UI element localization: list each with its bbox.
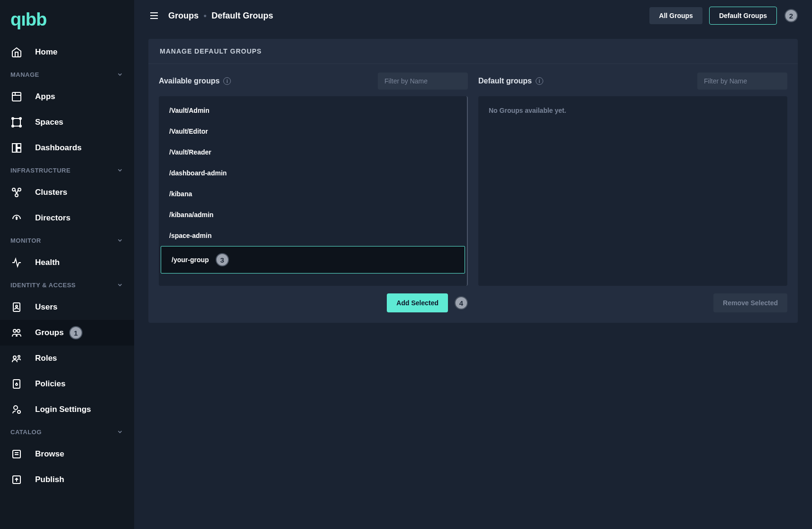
- section-identity-header[interactable]: IDENTITY & ACCESS: [0, 275, 134, 294]
- sidebar-item-groups[interactable]: Groups 1: [0, 320, 134, 346]
- sidebar-item-label: Roles: [35, 354, 57, 363]
- sidebar-item-dashboards[interactable]: Dashboards: [0, 135, 134, 161]
- section-infrastructure-header[interactable]: INFRASTRUCTURE: [0, 161, 134, 180]
- info-icon[interactable]: i: [223, 77, 231, 85]
- chevron-down-icon: [116, 428, 124, 436]
- main-content: Groups ● Default Groups All Groups Defau…: [134, 0, 812, 529]
- svg-point-19: [13, 356, 16, 359]
- panel-columns: Available groups i /Vault/Admin /Vault/E…: [148, 64, 798, 323]
- chevron-down-icon: [116, 71, 124, 78]
- list-item[interactable]: /dashboard-admin: [159, 163, 467, 183]
- sidebar-item-home[interactable]: Home: [0, 39, 134, 65]
- column-default-groups: Default groups i No Groups available yet…: [478, 73, 787, 312]
- spaces-icon: [10, 116, 23, 128]
- roles-icon: [10, 352, 23, 365]
- info-icon[interactable]: i: [536, 77, 543, 85]
- column-footer: Add Selected 4: [159, 293, 468, 312]
- available-groups-list: /Vault/Admin /Vault/Editor /Vault/Reader…: [159, 96, 468, 286]
- sidebar-item-policies[interactable]: Policies: [0, 371, 134, 397]
- panel-title: MANAGE DEFAULT GROUPS: [148, 39, 798, 64]
- breadcrumb-separator: ●: [203, 12, 207, 19]
- apps-icon: [10, 91, 23, 103]
- sidebar-item-health[interactable]: Health: [0, 250, 134, 275]
- svg-point-16: [16, 305, 18, 307]
- list-item[interactable]: /Vault/Reader: [159, 142, 467, 163]
- column-header: Available groups i: [159, 73, 468, 90]
- sidebar-item-directors[interactable]: Directors: [0, 205, 134, 231]
- topbar-right: All Groups Default Groups 2: [649, 7, 798, 25]
- app-logo: qıbb: [0, 5, 134, 39]
- sidebar-item-label: Spaces: [35, 118, 64, 127]
- annotation-badge-2: 2: [785, 9, 798, 22]
- remove-selected-button[interactable]: Remove Selected: [713, 293, 787, 312]
- chevron-down-icon: [116, 281, 124, 289]
- sidebar-item-label: Publish: [35, 475, 64, 484]
- column-title-label: Default groups: [478, 77, 532, 85]
- sidebar-item-clusters[interactable]: Clusters: [0, 180, 134, 205]
- sidebar: qıbb Home MANAGE Apps Spaces Dashboards …: [0, 0, 134, 529]
- section-manage-header[interactable]: MANAGE: [0, 65, 134, 84]
- filter-default-input[interactable]: [697, 73, 787, 90]
- content-area: MANAGE DEFAULT GROUPS Available groups i…: [134, 31, 812, 330]
- sidebar-item-label: Clusters: [35, 188, 67, 197]
- chevron-down-icon: [116, 166, 124, 174]
- svg-point-11: [12, 188, 15, 191]
- list-item[interactable]: /kibana: [159, 183, 467, 204]
- svg-point-14: [16, 219, 17, 219]
- tab-default-groups[interactable]: Default Groups: [709, 7, 777, 25]
- column-footer: Remove Selected: [478, 293, 787, 312]
- list-item[interactable]: /Vault/Admin: [159, 100, 467, 121]
- sidebar-item-label: Login Settings: [35, 405, 91, 414]
- section-label: MANAGE: [10, 71, 39, 78]
- panel-manage-default-groups: MANAGE DEFAULT GROUPS Available groups i…: [148, 39, 798, 323]
- menu-toggle-button[interactable]: [148, 10, 160, 21]
- topbar-left: Groups ● Default Groups: [148, 10, 273, 21]
- sidebar-item-roles[interactable]: Roles: [0, 346, 134, 371]
- list-item-label: /your-group: [172, 256, 209, 264]
- section-catalog-header[interactable]: CATALOG: [0, 422, 134, 441]
- groups-icon: [10, 327, 23, 339]
- sidebar-item-label: Health: [35, 258, 60, 267]
- column-title-label: Available groups: [159, 77, 219, 85]
- sidebar-item-apps[interactable]: Apps: [0, 84, 134, 109]
- login-settings-icon: [10, 403, 23, 416]
- filter-available-input[interactable]: [378, 73, 468, 90]
- svg-point-6: [12, 125, 14, 127]
- sidebar-item-spaces[interactable]: Spaces: [0, 109, 134, 135]
- directors-icon: [10, 212, 23, 224]
- svg-point-20: [18, 356, 20, 357]
- publish-icon: [10, 474, 23, 486]
- svg-point-4: [12, 118, 14, 119]
- annotation-badge-4: 4: [455, 296, 468, 310]
- svg-point-24: [18, 410, 20, 413]
- sidebar-item-label: Policies: [35, 379, 65, 389]
- breadcrumb-root[interactable]: Groups: [168, 11, 199, 21]
- svg-rect-0: [12, 92, 21, 101]
- annotation-badge-1: 1: [69, 326, 82, 339]
- breadcrumb-current: Default Groups: [211, 11, 273, 21]
- annotation-badge-3: 3: [216, 253, 229, 266]
- svg-point-23: [14, 406, 18, 410]
- sidebar-item-label: Groups: [35, 328, 64, 337]
- sidebar-item-label: Home: [35, 47, 57, 57]
- list-item[interactable]: /Vault/Editor: [159, 121, 467, 142]
- list-item[interactable]: /kibana/admin: [159, 204, 467, 225]
- list-item-selected[interactable]: /your-group 3: [161, 246, 465, 274]
- section-label: CATALOG: [10, 429, 42, 436]
- tab-all-groups[interactable]: All Groups: [649, 7, 703, 24]
- sidebar-item-login-settings[interactable]: Login Settings: [0, 397, 134, 422]
- section-monitor-header[interactable]: MONITOR: [0, 231, 134, 250]
- add-selected-button[interactable]: Add Selected: [387, 293, 448, 312]
- clusters-icon: [10, 186, 23, 199]
- column-header: Default groups i: [478, 73, 787, 90]
- list-item[interactable]: /space-admin: [159, 225, 467, 246]
- svg-point-5: [19, 118, 21, 119]
- sidebar-item-publish[interactable]: Publish: [0, 467, 134, 493]
- column-available-groups: Available groups i /Vault/Admin /Vault/E…: [159, 73, 468, 312]
- topbar: Groups ● Default Groups All Groups Defau…: [134, 0, 812, 31]
- sidebar-item-users[interactable]: Users: [0, 294, 134, 320]
- chevron-down-icon: [116, 237, 124, 244]
- sidebar-item-label: Browse: [35, 449, 64, 459]
- sidebar-item-browse[interactable]: Browse: [0, 441, 134, 467]
- home-icon: [10, 46, 23, 58]
